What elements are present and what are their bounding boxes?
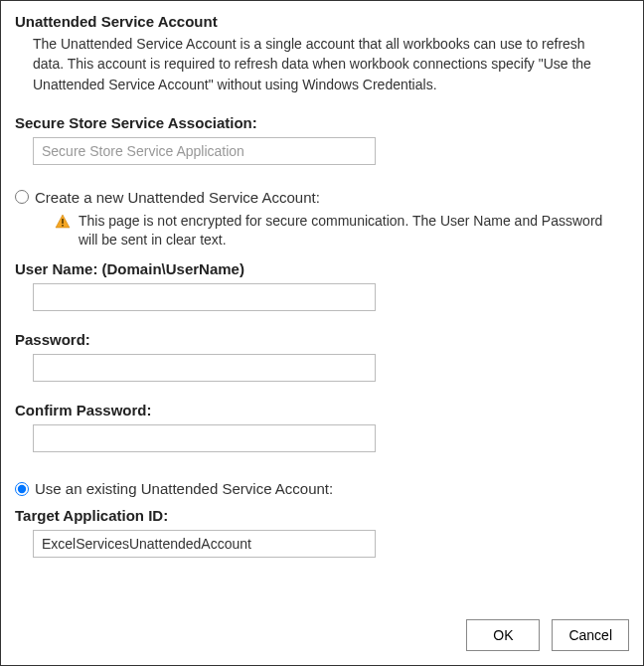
section-title: Unattended Service Account xyxy=(15,13,629,30)
warning-text: This page is not encrypted for secure co… xyxy=(79,212,609,250)
unattended-service-dialog: Unattended Service Account The Unattende… xyxy=(0,0,644,666)
password-input[interactable] xyxy=(33,354,376,382)
create-new-label: Create a new Unattended Service Account: xyxy=(35,189,320,206)
confirm-password-label: Confirm Password: xyxy=(15,402,629,418)
existing-radio[interactable] xyxy=(15,482,29,496)
warning-row: This page is not encrypted for secure co… xyxy=(55,212,609,250)
secure-store-input xyxy=(33,137,376,165)
target-app-id-label: Target Application ID: xyxy=(15,507,629,524)
cancel-button[interactable]: Cancel xyxy=(552,619,629,651)
create-new-option-row: Create a new Unattended Service Account: xyxy=(15,189,629,206)
password-label: Password: xyxy=(15,331,629,348)
ok-button[interactable]: OK xyxy=(466,619,540,651)
button-row: OK Cancel xyxy=(466,619,629,651)
svg-rect-1 xyxy=(62,219,64,224)
existing-label: Use an existing Unattended Service Accou… xyxy=(35,480,333,497)
username-label: User Name: (Domain\UserName) xyxy=(15,260,629,277)
create-new-radio[interactable] xyxy=(15,190,29,204)
existing-option-row: Use an existing Unattended Service Accou… xyxy=(15,480,629,497)
secure-store-label: Secure Store Service Association: xyxy=(15,114,629,131)
username-input[interactable] xyxy=(33,283,376,311)
confirm-password-input[interactable] xyxy=(33,424,376,452)
svg-rect-2 xyxy=(62,225,64,227)
target-app-id-input[interactable] xyxy=(33,530,376,558)
warning-icon xyxy=(55,214,71,230)
section-description: The Unattended Service Account is a sing… xyxy=(33,34,619,94)
